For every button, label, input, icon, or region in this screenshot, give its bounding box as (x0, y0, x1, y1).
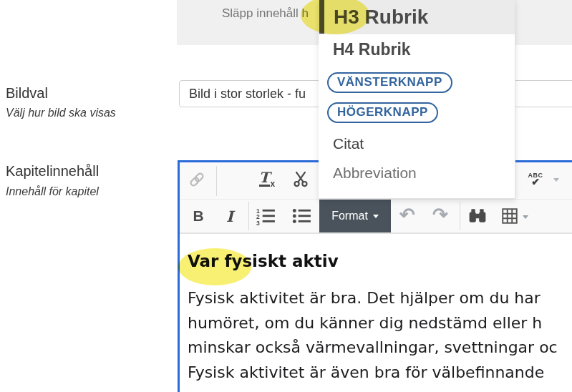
spellcheck-dropdown-button[interactable] (552, 176, 561, 183)
cut-button[interactable] (291, 170, 310, 188)
bold-button[interactable]: B (189, 206, 208, 226)
spellcheck-icon: ABC ✔ (528, 172, 543, 187)
numbered-list-button[interactable]: 1 2 3 (255, 207, 276, 225)
editor-paragraph-line[interactable]: humöret, om du känner dig nedstämd eller… (188, 314, 542, 332)
table-dropdown-button[interactable] (521, 213, 530, 220)
chevron-down-icon (523, 215, 528, 219)
menu-item-abbreviation[interactable]: Abbreviation (333, 165, 417, 182)
binoculars-icon (467, 207, 488, 225)
table-icon (500, 207, 519, 225)
bulleted-list-button[interactable] (291, 207, 312, 225)
undo-button[interactable]: ↶ (397, 204, 418, 225)
cut-scissors-icon (291, 170, 310, 188)
table-button[interactable] (500, 207, 520, 225)
field-description-kapitelinnehall: Innehåll för kapitel (6, 185, 99, 198)
remove-format-button[interactable]: Tx (255, 169, 279, 190)
spellcheck-button[interactable]: ABC ✔ (525, 169, 546, 190)
numbered-list-icon: 1 2 3 (256, 207, 276, 225)
editor-paragraph-line[interactable]: Fysisk aktivitet är bra. Det hjälper om … (188, 289, 541, 307)
format-dropdown-label: Format (331, 210, 368, 222)
image-size-select-value: Bild i stor storlek - fu (189, 87, 306, 102)
remove-format-icon: Tx (259, 171, 276, 189)
field-label-kapitelinnehall: Kapitelinnehåll (6, 163, 99, 180)
menu-item-h4-rubrik[interactable]: H4 Rubrik (333, 40, 411, 59)
editor-paragraph-line[interactable]: Fysisk aktivitet är även bra för välbefi… (188, 363, 544, 381)
format-dropdown-button[interactable]: Format (319, 200, 391, 232)
italic-icon: I (226, 207, 233, 225)
menu-selection-bar (319, 0, 324, 34)
dropzone-label: Släpp innehåll h (222, 6, 309, 21)
toolbar-separator (216, 166, 217, 196)
editor-paragraph-line[interactable]: minskar också värmevallningar, svettning… (188, 338, 558, 356)
chevron-down-icon (373, 215, 379, 218)
editor-heading[interactable]: Var fysiskt aktiv (188, 252, 339, 270)
chevron-down-icon (553, 178, 559, 182)
format-dropdown-menu: H3 Rubrik H4 Rubrik VÄNSTERKNAPP HÖGERKN… (319, 0, 515, 199)
find-replace-button[interactable] (467, 207, 488, 225)
page: Släpp innehåll h Bildval Välj hur bild s… (0, 0, 572, 392)
menu-item-h3-rubrik[interactable]: H3 Rubrik (334, 6, 428, 29)
link-button[interactable] (188, 170, 206, 189)
toolbar-separator (248, 202, 249, 230)
toolbar-separator (460, 202, 460, 230)
toolbar-bottom-border (180, 232, 572, 234)
redo-icon: ↷ (432, 205, 448, 224)
menu-item-hogerknapp[interactable]: HÖGERKNAPP (327, 102, 438, 123)
menu-item-citat[interactable]: Citat (333, 135, 364, 152)
link-icon (188, 170, 206, 189)
redo-button[interactable]: ↷ (430, 204, 451, 225)
svg-text:3: 3 (256, 220, 260, 225)
field-description-bildval: Välj hur bild ska visas (6, 107, 116, 119)
field-label-bildval: Bildval (6, 85, 48, 102)
bulleted-list-icon (291, 207, 311, 225)
undo-icon: ↶ (399, 205, 415, 224)
bold-icon: B (193, 207, 203, 225)
italic-button[interactable]: I (220, 206, 239, 226)
menu-item-vansterknapp[interactable]: VÄNSTERKNAPP (327, 72, 452, 93)
